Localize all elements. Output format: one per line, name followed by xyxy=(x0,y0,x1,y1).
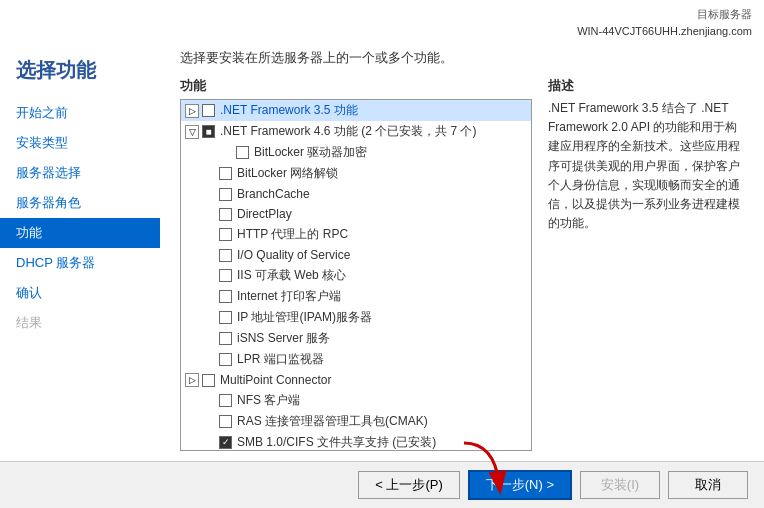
list-item[interactable]: HTTP 代理上的 RPC xyxy=(181,224,531,245)
item-label: BitLocker 网络解锁 xyxy=(237,165,338,182)
sidebar-item-features[interactable]: 功能 xyxy=(0,218,160,248)
main-content: 选择功能 开始之前 安装类型 服务器选择 服务器角色 功能 DHCP 服务器 确… xyxy=(0,39,764,461)
install-button[interactable]: 安装(I) xyxy=(580,471,660,499)
item-label: Internet 打印客户端 xyxy=(237,288,341,305)
list-item[interactable]: IP 地址管理(IPAM)服务器 xyxy=(181,307,531,328)
checkbox-nfs[interactable] xyxy=(219,394,232,407)
list-item[interactable]: I/O Quality of Service xyxy=(181,245,531,265)
server-name: WIN-44VCJT66UHH.zhenjiang.com xyxy=(577,23,752,40)
description-panel: 描述 .NET Framework 3.5 结合了 .NET Framework… xyxy=(548,77,748,451)
sidebar: 选择功能 开始之前 安装类型 服务器选择 服务器角色 功能 DHCP 服务器 确… xyxy=(0,39,160,461)
item-label: BranchCache xyxy=(237,187,310,201)
item-label: MultiPoint Connector xyxy=(220,373,331,387)
list-item[interactable]: ▷ MultiPoint Connector xyxy=(181,370,531,390)
checkbox-lpr[interactable] xyxy=(219,353,232,366)
server-label: 目标服务器 xyxy=(577,6,752,23)
item-label: .NET Framework 3.5 功能 xyxy=(220,102,358,119)
list-item[interactable]: BitLocker 驱动器加密 xyxy=(181,142,531,163)
item-label: IIS 可承载 Web 核心 xyxy=(237,267,346,284)
footer-wrapper: < 上一步(P) 下一步(N) > 安装(I) 取消 xyxy=(0,461,764,508)
item-label: HTTP 代理上的 RPC xyxy=(237,226,348,243)
checkbox-bitlocker[interactable] xyxy=(236,146,249,159)
list-item[interactable]: RAS 连接管理器管理工具包(CMAK) xyxy=(181,411,531,432)
content-area: 选择要安装在所选服务器上的一个或多个功能。 功能 ▷ .NET Framewor… xyxy=(160,39,764,461)
feature-list: ▷ .NET Framework 3.5 功能 ▽ ■ .NET Framewo… xyxy=(181,100,531,451)
title-bar-right: 目标服务器 WIN-44VCJT66UHH.zhenjiang.com xyxy=(577,6,752,39)
content-body: 功能 ▷ .NET Framework 3.5 功能 ▽ xyxy=(180,77,748,451)
expand-icon[interactable]: ▷ xyxy=(185,373,199,387)
sidebar-title: 选择功能 xyxy=(0,49,160,98)
checkbox-branchcache[interactable] xyxy=(219,188,232,201)
item-label: BitLocker 驱动器加密 xyxy=(254,144,367,161)
list-item[interactable]: ▽ ■ .NET Framework 4.6 功能 (2 个已安装，共 7 个) xyxy=(181,121,531,142)
sidebar-item-server-roles[interactable]: 服务器角色 xyxy=(0,188,160,218)
feature-list-container[interactable]: ▷ .NET Framework 3.5 功能 ▽ ■ .NET Framewo… xyxy=(180,99,532,451)
feature-panel: 功能 ▷ .NET Framework 3.5 功能 ▽ xyxy=(180,77,532,451)
sidebar-item-start[interactable]: 开始之前 xyxy=(0,98,160,128)
checkbox-ioqos[interactable] xyxy=(219,249,232,262)
item-label: SMB 1.0/CIFS 文件共享支持 (已安装) xyxy=(237,434,436,451)
list-item[interactable]: BitLocker 网络解锁 xyxy=(181,163,531,184)
checkbox-smb1[interactable]: ✓ xyxy=(219,436,232,449)
expand-icon[interactable]: ▷ xyxy=(185,104,199,118)
next-button[interactable]: 下一步(N) > xyxy=(468,470,572,500)
item-label: iSNS Server 服务 xyxy=(237,330,330,347)
list-item[interactable]: ▷ .NET Framework 3.5 功能 xyxy=(181,100,531,121)
features-header: 功能 xyxy=(180,77,532,95)
list-item[interactable]: ✓ SMB 1.0/CIFS 文件共享支持 (已安装) xyxy=(181,432,531,451)
list-item[interactable]: BranchCache xyxy=(181,184,531,204)
item-label: I/O Quality of Service xyxy=(237,248,350,262)
content-description: 选择要安装在所选服务器上的一个或多个功能。 xyxy=(180,49,748,67)
sidebar-item-result: 结果 xyxy=(0,308,160,338)
sidebar-item-server-select[interactable]: 服务器选择 xyxy=(0,158,160,188)
checkbox-isns[interactable] xyxy=(219,332,232,345)
item-label: RAS 连接管理器管理工具包(CMAK) xyxy=(237,413,428,430)
checkbox-ipam[interactable] xyxy=(219,311,232,324)
list-item[interactable]: IIS 可承载 Web 核心 xyxy=(181,265,531,286)
list-item[interactable]: DirectPlay xyxy=(181,204,531,224)
description-header: 描述 xyxy=(548,77,748,95)
item-label: DirectPlay xyxy=(237,207,292,221)
list-item[interactable]: NFS 客户端 xyxy=(181,390,531,411)
checkbox-http-rpc[interactable] xyxy=(219,228,232,241)
item-label: .NET Framework 4.6 功能 (2 个已安装，共 7 个) xyxy=(220,123,476,140)
back-button[interactable]: < 上一步(P) xyxy=(358,471,460,499)
cancel-button[interactable]: 取消 xyxy=(668,471,748,499)
sidebar-item-dhcp[interactable]: DHCP 服务器 xyxy=(0,248,160,278)
sidebar-item-confirm[interactable]: 确认 xyxy=(0,278,160,308)
checkbox-internet-print[interactable] xyxy=(219,290,232,303)
list-item[interactable]: Internet 打印客户端 xyxy=(181,286,531,307)
checkbox-bitlocker-net[interactable] xyxy=(219,167,232,180)
checkbox-multipoint[interactable] xyxy=(202,374,215,387)
title-bar: 目标服务器 WIN-44VCJT66UHH.zhenjiang.com xyxy=(0,0,764,39)
checkbox-net46[interactable]: ■ xyxy=(202,125,215,138)
checkbox-net35[interactable] xyxy=(202,104,215,117)
checkbox-iis-web[interactable] xyxy=(219,269,232,282)
checkbox-directplay[interactable] xyxy=(219,208,232,221)
item-label: NFS 客户端 xyxy=(237,392,300,409)
sidebar-item-install-type[interactable]: 安装类型 xyxy=(0,128,160,158)
item-label: IP 地址管理(IPAM)服务器 xyxy=(237,309,372,326)
checkbox-ras[interactable] xyxy=(219,415,232,428)
list-item[interactable]: LPR 端口监视器 xyxy=(181,349,531,370)
expand-icon[interactable]: ▽ xyxy=(185,125,199,139)
item-label: LPR 端口监视器 xyxy=(237,351,324,368)
window: 目标服务器 WIN-44VCJT66UHH.zhenjiang.com 选择功能… xyxy=(0,0,764,508)
list-item[interactable]: iSNS Server 服务 xyxy=(181,328,531,349)
description-text: .NET Framework 3.5 结合了 .NET Framework 2.… xyxy=(548,99,748,233)
footer: < 上一步(P) 下一步(N) > 安装(I) 取消 xyxy=(0,461,764,508)
